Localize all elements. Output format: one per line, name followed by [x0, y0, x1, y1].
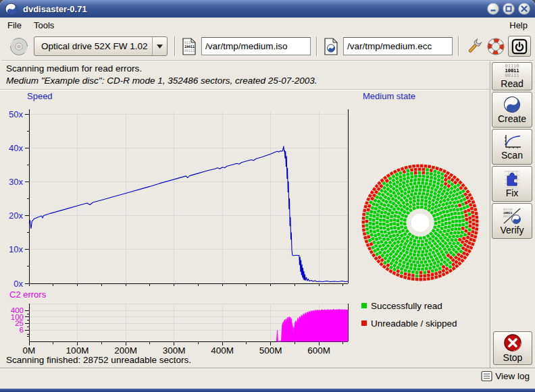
stop-x-icon — [503, 333, 522, 352]
axes — [25, 109, 348, 345]
maximize-button[interactable] — [503, 3, 515, 15]
quit-button[interactable] — [508, 36, 531, 57]
speed-grid — [29, 111, 348, 341]
power-icon — [511, 38, 528, 55]
sidebar-button-verify[interactable]: 01110 10011 00111 Verify — [492, 203, 532, 239]
wrench-icon — [465, 38, 483, 55]
menubar: File Tools Help — [1, 18, 534, 32]
status-line2: Medium "Example disc": CD-R mode 1, 3524… — [6, 76, 317, 86]
log-list-icon — [481, 370, 492, 382]
window-title: dvdisaster-0.71 — [23, 4, 87, 14]
sidebar-button-label: Create — [498, 114, 526, 124]
medium-state-legend: Successfully readUnreadable / skipped — [361, 297, 457, 332]
c2-y-tick-label: 400 — [11, 306, 24, 314]
sidebar-button-label: Fix — [506, 188, 519, 198]
preferences-button[interactable] — [463, 35, 485, 58]
legend-label: Successfully read — [371, 301, 442, 311]
speed-y-tick-label: 10x — [9, 244, 23, 254]
app-yin-yang-icon — [5, 3, 18, 16]
image-file-input[interactable] — [201, 37, 311, 55]
legend-item: Unreadable / skipped — [361, 314, 457, 332]
ecc-file-icon-button[interactable] — [321, 36, 341, 57]
speed-y-tick-label: 50x — [9, 109, 23, 119]
legend-label: Unreadable / skipped — [371, 318, 457, 329]
x-axis-tick-label: 300M — [163, 345, 186, 356]
scan-curve-icon — [503, 134, 521, 150]
status-area: Scanning medium for read errors. Medium … — [0, 61, 490, 90]
menu-tools[interactable]: Tools — [28, 19, 60, 32]
medium-state-disc — [362, 164, 479, 281]
lifebelt-icon — [487, 38, 505, 55]
view-log-button[interactable]: View log — [481, 370, 530, 382]
sidebar-separator — [490, 61, 491, 368]
legend-swatch — [361, 320, 367, 326]
speed-y-tick-label: 0x — [14, 279, 23, 289]
app-window: dvdisaster-0.71 File Tools Help — [0, 0, 535, 392]
footer-separator — [0, 368, 535, 369]
binary-read-icon: 011101001100111 — [505, 64, 519, 78]
c2-y-tick-label: 6 — [20, 326, 24, 334]
drive-selector[interactable]: Optical drive 52X FW 1.02 — [34, 36, 168, 56]
help-button[interactable] — [485, 35, 507, 58]
c2-errors-area — [276, 310, 348, 341]
disc-icon — [9, 36, 29, 57]
speed-y-tick-label: 30x — [9, 177, 23, 187]
window-bottom-border — [0, 389, 535, 392]
close-button[interactable] — [518, 3, 530, 15]
speed-y-tick-label: 40x — [9, 143, 23, 153]
binary-yinyang-verify-icon: 01110 10011 00111 — [502, 207, 522, 225]
x-axis-tick-label: 600M — [307, 345, 330, 356]
puzzle-fix-icon — [503, 170, 521, 188]
scan-result-status: Scanning finished: 28752 unreadable sect… — [6, 355, 191, 365]
menu-file[interactable]: File — [1, 19, 28, 32]
ecc-yinyang-file-icon — [324, 38, 338, 55]
toolbar-separator — [458, 36, 459, 56]
toolbar-separator — [174, 36, 176, 56]
drive-selector-value: Optical drive 52X FW 1.02 — [34, 41, 152, 51]
binary-file-icon: 011 10011 00111 — [182, 38, 197, 55]
speed-curve — [29, 146, 348, 282]
sidebar-button-scan[interactable]: Scan — [492, 129, 532, 165]
titlebar[interactable]: dvdisaster-0.71 — [0, 0, 535, 18]
medium-state-title: Medium state — [363, 91, 415, 101]
drive-disc-icon-button[interactable] — [7, 35, 31, 58]
sidebar-button-label: Scan — [501, 150, 523, 161]
sidebar-button-label: Read — [501, 79, 523, 89]
sidebar-button-fix[interactable]: Fix — [492, 166, 532, 202]
status-line1: Scanning medium for read errors. — [6, 63, 142, 74]
speed-chart-title: Speed — [27, 91, 53, 101]
sidebar-button-read[interactable]: 011101001100111Read — [492, 62, 532, 90]
yin-yang-create-icon — [503, 96, 521, 113]
toolbar-separator — [316, 36, 317, 56]
stop-button[interactable]: Stop — [493, 331, 532, 365]
legend-swatch — [361, 303, 367, 308]
view-log-label: View log — [495, 371, 530, 381]
speed-y-tick-label: 20x — [9, 211, 23, 221]
x-axis-tick-label: 0M — [23, 345, 36, 356]
c2-errors-title: C2 errors — [9, 289, 46, 300]
sidebar-button-create[interactable]: Create — [492, 92, 532, 128]
chevron-down-icon — [152, 37, 167, 55]
ecc-file-input[interactable] — [343, 37, 453, 55]
x-axis-tick-label: 200M — [114, 345, 137, 356]
image-file-icon-button[interactable]: 011 10011 00111 — [179, 36, 199, 57]
x-axis-tick-label: 400M — [211, 345, 234, 356]
stop-button-label: Stop — [503, 353, 523, 363]
menu-help[interactable]: Help — [503, 19, 534, 32]
toolbar: Optical drive 52X FW 1.02 011 10011 0011… — [1, 32, 534, 61]
sidebar-button-label: Verify — [500, 225, 524, 235]
svg-text:00111: 00111 — [184, 49, 195, 53]
minimize-button[interactable] — [487, 3, 499, 15]
c2-y-tick-label: 25 — [15, 319, 24, 327]
c2-y-tick-label: 100 — [11, 313, 24, 321]
x-axis-tick-label: 500M — [259, 345, 282, 356]
x-axis-tick-label: 100M — [66, 345, 89, 356]
legend-item: Successfully read — [361, 297, 457, 314]
